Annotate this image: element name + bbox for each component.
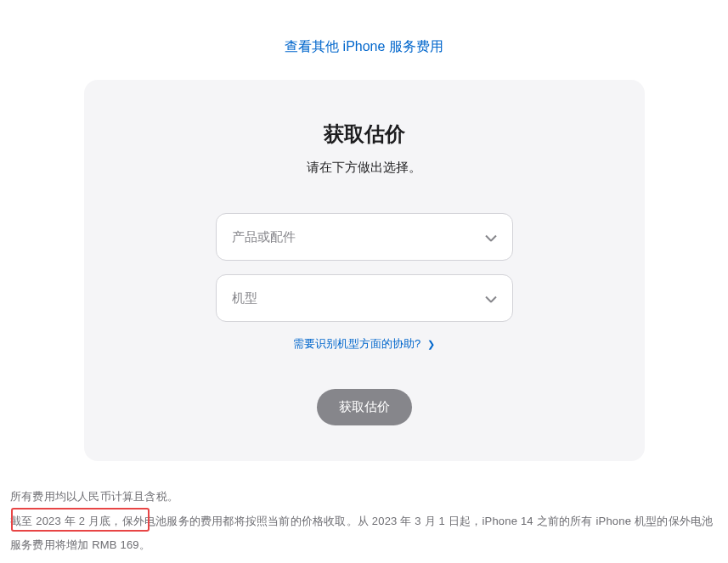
model-select-wrapper: 机型 xyxy=(216,274,513,322)
footer-line2: 截至 2023 年 2 月底，保外电池服务的费用都将按照当前的价格收取。从 20… xyxy=(10,510,718,558)
model-select-placeholder: 机型 xyxy=(232,290,257,307)
card-title: 获取估价 xyxy=(118,121,611,148)
chevron-down-icon xyxy=(485,230,497,245)
other-service-fees-link[interactable]: 查看其他 iPhone 服务费用 xyxy=(285,39,443,53)
model-help-row: 需要识别机型方面的协助? ❯ xyxy=(118,335,611,352)
estimate-card: 获取估价 请在下方做出选择。 产品或配件 机型 需要识别机型方面的协助? ❯ xyxy=(84,80,645,461)
footer-notes: 所有费用均以人民币计算且含税。 截至 2023 年 2 月底，保外电池服务的费用… xyxy=(8,485,720,558)
model-select[interactable]: 机型 xyxy=(216,274,513,322)
product-select-wrapper: 产品或配件 xyxy=(216,213,513,261)
chevron-right-icon: ❯ xyxy=(427,339,435,349)
chevron-down-icon xyxy=(485,291,497,306)
product-select-placeholder: 产品或配件 xyxy=(232,229,296,245)
footer-line1: 所有费用均以人民币计算且含税。 xyxy=(10,485,718,510)
top-link-row: 查看其他 iPhone 服务费用 xyxy=(8,0,720,80)
card-subtitle: 请在下方做出选择。 xyxy=(118,160,611,176)
model-help-link[interactable]: 需要识别机型方面的协助? ❯ xyxy=(293,337,435,350)
get-estimate-button[interactable]: 获取估价 xyxy=(317,389,412,425)
model-help-text: 需要识别机型方面的协助? xyxy=(293,337,420,350)
product-select[interactable]: 产品或配件 xyxy=(216,213,513,261)
